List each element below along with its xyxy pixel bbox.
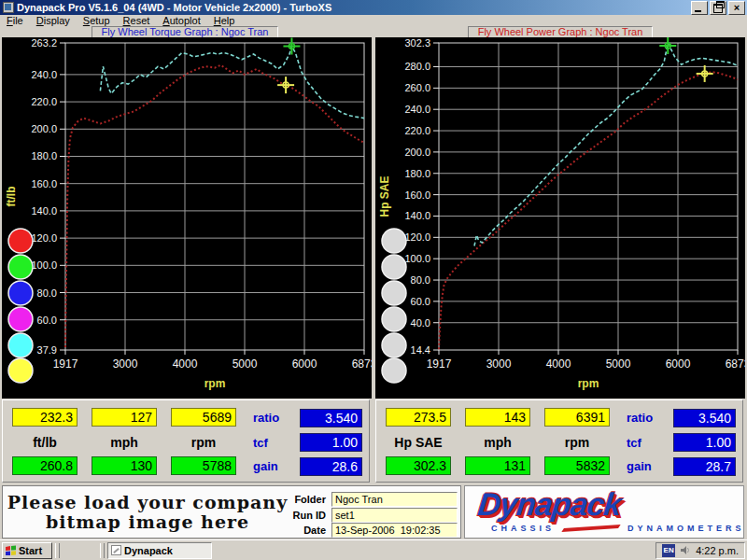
x-tick-label: 5000 [233,357,258,371]
gain-label: gain [253,459,278,473]
tcf-value: 1.00 [300,433,362,452]
window-title: Dynapack Pro V5.1.6_04 (4WD - Motor Vehi… [17,2,691,13]
date-label: Date [279,525,326,536]
taskbar-divider[interactable] [100,543,105,558]
menu-file[interactable]: File [0,15,30,26]
power-graph-plot[interactable]: 302.3280.0260.0240.0220.0200.0180.0160.0… [375,37,745,399]
peak-torque-value: 260.8 [12,456,78,475]
peak-speed-value: 130 [92,456,157,475]
channel-dot-4[interactable] [8,307,33,331]
run-id-label: Run ID [279,510,326,521]
unit-label-hpsae: Hp SAE [386,435,451,450]
folder-field[interactable]: Ngoc Tran [331,492,458,507]
y-tick-label: 37.9 [37,344,57,356]
peak-rpm-value: 5788 [171,456,236,475]
channel-dot-3[interactable] [8,281,33,305]
unit-label-rpm: rpm [544,435,610,450]
taskbar-divider[interactable] [55,543,60,558]
menu-setup[interactable]: Setup [77,15,117,26]
channel-dot-1[interactable] [8,229,33,253]
cursor-rpm-value: 5689 [171,408,236,427]
ratio-label: ratio [253,411,279,425]
torque-graph-titlebar: Fly Wheel Torque Graph : Ngoc Tran [0,26,370,37]
tcf-label: tcf [253,436,268,450]
y-tick-label: 220.0 [31,96,57,107]
tcf-label: tcf [627,436,641,450]
start-button[interactable]: Start [2,542,52,559]
ratio-label: ratio [627,411,653,425]
channel-dot-4[interactable] [382,307,406,331]
y-tick-label: 80.0 [37,287,57,299]
power-readout-panel: 273.5 143 6391 Hp SAE mph rpm 302.3 131 … [375,399,743,483]
y-tick-label: 263.2 [31,37,57,49]
volume-icon[interactable] [680,545,691,555]
menu-bar: File Display Setup Reset Autoplot Help [0,15,747,26]
channel-dot-5[interactable] [382,333,406,357]
y-tick-label: 14.4 [411,344,430,356]
x-tick-label: 1917 [427,357,452,371]
language-indicator[interactable]: EN [662,544,675,557]
channel-dot-3[interactable] [382,281,406,305]
unit-label-torque: ft/lb [12,435,78,450]
gain-label: gain [627,459,652,473]
torque-graph-plot[interactable]: 263.2240.0220.0200.0180.0160.0140.0120.0… [2,37,372,399]
menu-autoplot[interactable]: Autoplot [156,15,206,26]
dynapack-task-button[interactable]: Dynapack [107,542,212,559]
channel-dot-2[interactable] [382,255,406,279]
dynapack-window: Dynapack Pro V5.1.6_04 (4WD - Motor Vehi… [0,0,747,560]
bitmap-placeholder-line2: bitmap image here [3,511,292,532]
menu-display[interactable]: Display [30,15,77,26]
cursor-marker[interactable] [277,77,294,93]
tcf-value: 1.00 [673,433,736,452]
dynapack-task-icon [111,545,121,555]
unit-label-rpm: rpm [171,435,236,450]
channel-dot-6[interactable] [382,358,406,383]
x-tick-label: 1917 [53,357,78,371]
x-tick-label: 3000 [486,357,512,371]
y-tick-label: 180.0 [404,168,430,179]
y-tick-label: 240.0 [404,104,430,115]
title-bar: Dynapack Pro V5.1.6_04 (4WD - Motor Vehi… [0,0,747,15]
y-tick-label: 220.0 [404,125,430,136]
x-tick-label: 6000 [666,357,691,371]
run-id-field[interactable]: set1 [331,508,458,523]
dynapack-logo: Dynapack CHASSIS DYNAMOMETERS [464,485,744,539]
graph-canvas-0[interactable]: 263.2240.0220.0200.0180.0160.0140.0120.0… [2,37,372,399]
torque-readout-panel: 232.3 127 5689 ft/lb mph rpm 260.8 130 5… [2,399,370,483]
run-1-torque-curve [65,65,364,347]
channel-dot-1[interactable] [382,229,406,253]
restore-button[interactable] [710,1,726,15]
peak-marker[interactable] [659,37,676,54]
y-tick-label: 180.0 [31,150,57,161]
graph-canvas-1[interactable]: 302.3280.0260.0240.0220.0200.0180.0160.0… [375,37,745,399]
menu-reset[interactable]: Reset [117,15,157,26]
x-tick-label: 4000 [546,357,571,371]
ratio-value: 3.540 [300,409,362,427]
channel-dot-2[interactable] [8,255,33,279]
minimize-button[interactable] [691,1,708,15]
bitmap-placeholder-line1: Please load your company [3,492,292,512]
y-tick-label: 60.0 [37,315,57,326]
x-tick-label: 6000 [292,357,317,371]
channel-dot-5[interactable] [8,333,33,357]
menu-help[interactable]: Help [207,15,242,26]
date-field[interactable]: 13-Sep-2006 19:02:35 [331,523,458,538]
cursor-marker[interactable] [697,65,713,82]
logo-tagline-dynamometers: DYNAMOMETERS [627,524,744,533]
taskbar-clock[interactable]: 4:22 p.m. [696,545,739,556]
power-graph-title: Fly Wheel Power Graph : Ngoc Tran [468,26,654,38]
y-tick-label: 60.0 [411,296,430,307]
system-tray: EN 4:22 p.m. [655,542,745,559]
channel-dot-6[interactable] [8,358,33,383]
company-bitmap-area: Please load your company bitmap image he… [2,485,461,539]
y-tick-label: 302.3 [404,37,430,49]
peak-marker[interactable] [283,38,300,55]
close-icon: × [734,2,740,13]
y-tick-label: 200.0 [31,123,57,134]
start-label: Start [19,545,42,556]
x-tick-label: 4000 [173,357,198,371]
close-button[interactable]: × [728,1,745,15]
gain-value: 28.7 [673,457,736,476]
run-1-power-curve [439,72,738,349]
cursor-speed-value: 143 [465,408,530,427]
